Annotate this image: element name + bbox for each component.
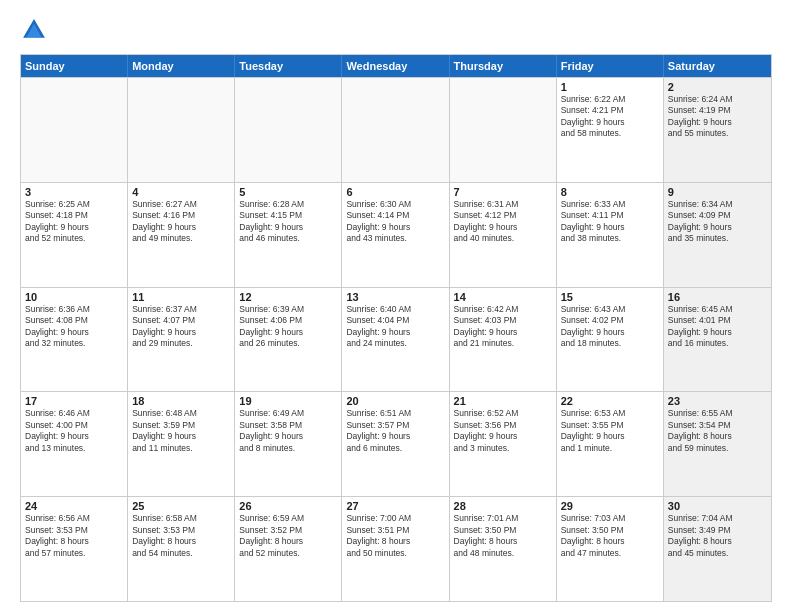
cal-cell-4-3: 27Sunrise: 7:00 AM Sunset: 3:51 PM Dayli… xyxy=(342,497,449,601)
day-info: Sunrise: 6:40 AM Sunset: 4:04 PM Dayligh… xyxy=(346,304,444,350)
cal-cell-2-5: 15Sunrise: 6:43 AM Sunset: 4:02 PM Dayli… xyxy=(557,288,664,392)
header xyxy=(20,16,772,44)
day-info: Sunrise: 6:33 AM Sunset: 4:11 PM Dayligh… xyxy=(561,199,659,245)
day-info: Sunrise: 6:22 AM Sunset: 4:21 PM Dayligh… xyxy=(561,94,659,140)
calendar-row-4: 24Sunrise: 6:56 AM Sunset: 3:53 PM Dayli… xyxy=(21,496,771,601)
cal-cell-2-2: 12Sunrise: 6:39 AM Sunset: 4:06 PM Dayli… xyxy=(235,288,342,392)
day-number: 22 xyxy=(561,395,659,407)
day-info: Sunrise: 6:36 AM Sunset: 4:08 PM Dayligh… xyxy=(25,304,123,350)
day-info: Sunrise: 6:58 AM Sunset: 3:53 PM Dayligh… xyxy=(132,513,230,559)
cal-cell-2-1: 11Sunrise: 6:37 AM Sunset: 4:07 PM Dayli… xyxy=(128,288,235,392)
cal-cell-1-1: 4Sunrise: 6:27 AM Sunset: 4:16 PM Daylig… xyxy=(128,183,235,287)
calendar-row-1: 3Sunrise: 6:25 AM Sunset: 4:18 PM Daylig… xyxy=(21,182,771,287)
day-number: 15 xyxy=(561,291,659,303)
day-number: 2 xyxy=(668,81,767,93)
day-number: 29 xyxy=(561,500,659,512)
day-info: Sunrise: 6:56 AM Sunset: 3:53 PM Dayligh… xyxy=(25,513,123,559)
day-number: 27 xyxy=(346,500,444,512)
day-number: 23 xyxy=(668,395,767,407)
day-number: 11 xyxy=(132,291,230,303)
day-info: Sunrise: 6:28 AM Sunset: 4:15 PM Dayligh… xyxy=(239,199,337,245)
day-info: Sunrise: 6:25 AM Sunset: 4:18 PM Dayligh… xyxy=(25,199,123,245)
calendar: SundayMondayTuesdayWednesdayThursdayFrid… xyxy=(20,54,772,602)
cal-cell-2-0: 10Sunrise: 6:36 AM Sunset: 4:08 PM Dayli… xyxy=(21,288,128,392)
page: SundayMondayTuesdayWednesdayThursdayFrid… xyxy=(0,0,792,612)
day-info: Sunrise: 6:59 AM Sunset: 3:52 PM Dayligh… xyxy=(239,513,337,559)
day-number: 25 xyxy=(132,500,230,512)
day-number: 8 xyxy=(561,186,659,198)
day-number: 26 xyxy=(239,500,337,512)
cal-cell-3-3: 20Sunrise: 6:51 AM Sunset: 3:57 PM Dayli… xyxy=(342,392,449,496)
header-day-sunday: Sunday xyxy=(21,55,128,77)
cal-cell-0-0 xyxy=(21,78,128,182)
header-day-saturday: Saturday xyxy=(664,55,771,77)
calendar-row-2: 10Sunrise: 6:36 AM Sunset: 4:08 PM Dayli… xyxy=(21,287,771,392)
day-number: 12 xyxy=(239,291,337,303)
cal-cell-4-0: 24Sunrise: 6:56 AM Sunset: 3:53 PM Dayli… xyxy=(21,497,128,601)
cal-cell-3-5: 22Sunrise: 6:53 AM Sunset: 3:55 PM Dayli… xyxy=(557,392,664,496)
day-number: 20 xyxy=(346,395,444,407)
cal-cell-0-4 xyxy=(450,78,557,182)
day-number: 24 xyxy=(25,500,123,512)
day-info: Sunrise: 6:42 AM Sunset: 4:03 PM Dayligh… xyxy=(454,304,552,350)
cal-cell-1-3: 6Sunrise: 6:30 AM Sunset: 4:14 PM Daylig… xyxy=(342,183,449,287)
calendar-row-3: 17Sunrise: 6:46 AM Sunset: 4:00 PM Dayli… xyxy=(21,391,771,496)
day-info: Sunrise: 6:51 AM Sunset: 3:57 PM Dayligh… xyxy=(346,408,444,454)
day-info: Sunrise: 7:04 AM Sunset: 3:49 PM Dayligh… xyxy=(668,513,767,559)
cal-cell-1-5: 8Sunrise: 6:33 AM Sunset: 4:11 PM Daylig… xyxy=(557,183,664,287)
cal-cell-0-6: 2Sunrise: 6:24 AM Sunset: 4:19 PM Daylig… xyxy=(664,78,771,182)
cal-cell-3-2: 19Sunrise: 6:49 AM Sunset: 3:58 PM Dayli… xyxy=(235,392,342,496)
day-info: Sunrise: 6:48 AM Sunset: 3:59 PM Dayligh… xyxy=(132,408,230,454)
logo xyxy=(20,16,52,44)
day-number: 6 xyxy=(346,186,444,198)
day-number: 21 xyxy=(454,395,552,407)
day-number: 7 xyxy=(454,186,552,198)
cal-cell-3-6: 23Sunrise: 6:55 AM Sunset: 3:54 PM Dayli… xyxy=(664,392,771,496)
header-day-friday: Friday xyxy=(557,55,664,77)
cal-cell-4-4: 28Sunrise: 7:01 AM Sunset: 3:50 PM Dayli… xyxy=(450,497,557,601)
cal-cell-1-4: 7Sunrise: 6:31 AM Sunset: 4:12 PM Daylig… xyxy=(450,183,557,287)
cal-cell-4-6: 30Sunrise: 7:04 AM Sunset: 3:49 PM Dayli… xyxy=(664,497,771,601)
header-day-wednesday: Wednesday xyxy=(342,55,449,77)
cal-cell-0-5: 1Sunrise: 6:22 AM Sunset: 4:21 PM Daylig… xyxy=(557,78,664,182)
cal-cell-1-2: 5Sunrise: 6:28 AM Sunset: 4:15 PM Daylig… xyxy=(235,183,342,287)
day-number: 14 xyxy=(454,291,552,303)
day-info: Sunrise: 6:37 AM Sunset: 4:07 PM Dayligh… xyxy=(132,304,230,350)
day-info: Sunrise: 6:31 AM Sunset: 4:12 PM Dayligh… xyxy=(454,199,552,245)
cal-cell-1-0: 3Sunrise: 6:25 AM Sunset: 4:18 PM Daylig… xyxy=(21,183,128,287)
day-number: 1 xyxy=(561,81,659,93)
header-day-thursday: Thursday xyxy=(450,55,557,77)
calendar-row-0: 1Sunrise: 6:22 AM Sunset: 4:21 PM Daylig… xyxy=(21,77,771,182)
day-number: 5 xyxy=(239,186,337,198)
cal-cell-3-0: 17Sunrise: 6:46 AM Sunset: 4:00 PM Dayli… xyxy=(21,392,128,496)
day-number: 19 xyxy=(239,395,337,407)
cal-cell-0-3 xyxy=(342,78,449,182)
day-number: 28 xyxy=(454,500,552,512)
header-day-monday: Monday xyxy=(128,55,235,77)
day-info: Sunrise: 6:55 AM Sunset: 3:54 PM Dayligh… xyxy=(668,408,767,454)
day-info: Sunrise: 6:45 AM Sunset: 4:01 PM Dayligh… xyxy=(668,304,767,350)
cal-cell-1-6: 9Sunrise: 6:34 AM Sunset: 4:09 PM Daylig… xyxy=(664,183,771,287)
day-info: Sunrise: 6:39 AM Sunset: 4:06 PM Dayligh… xyxy=(239,304,337,350)
day-number: 17 xyxy=(25,395,123,407)
day-info: Sunrise: 6:43 AM Sunset: 4:02 PM Dayligh… xyxy=(561,304,659,350)
day-info: Sunrise: 7:03 AM Sunset: 3:50 PM Dayligh… xyxy=(561,513,659,559)
logo-icon xyxy=(20,16,48,44)
day-info: Sunrise: 6:24 AM Sunset: 4:19 PM Dayligh… xyxy=(668,94,767,140)
header-day-tuesday: Tuesday xyxy=(235,55,342,77)
day-info: Sunrise: 6:30 AM Sunset: 4:14 PM Dayligh… xyxy=(346,199,444,245)
cal-cell-3-1: 18Sunrise: 6:48 AM Sunset: 3:59 PM Dayli… xyxy=(128,392,235,496)
day-number: 30 xyxy=(668,500,767,512)
day-info: Sunrise: 6:52 AM Sunset: 3:56 PM Dayligh… xyxy=(454,408,552,454)
cal-cell-3-4: 21Sunrise: 6:52 AM Sunset: 3:56 PM Dayli… xyxy=(450,392,557,496)
cal-cell-0-1 xyxy=(128,78,235,182)
cal-cell-0-2 xyxy=(235,78,342,182)
day-number: 16 xyxy=(668,291,767,303)
day-number: 4 xyxy=(132,186,230,198)
cal-cell-2-3: 13Sunrise: 6:40 AM Sunset: 4:04 PM Dayli… xyxy=(342,288,449,392)
cal-cell-4-2: 26Sunrise: 6:59 AM Sunset: 3:52 PM Dayli… xyxy=(235,497,342,601)
day-number: 13 xyxy=(346,291,444,303)
day-number: 18 xyxy=(132,395,230,407)
day-info: Sunrise: 6:34 AM Sunset: 4:09 PM Dayligh… xyxy=(668,199,767,245)
day-info: Sunrise: 6:46 AM Sunset: 4:00 PM Dayligh… xyxy=(25,408,123,454)
